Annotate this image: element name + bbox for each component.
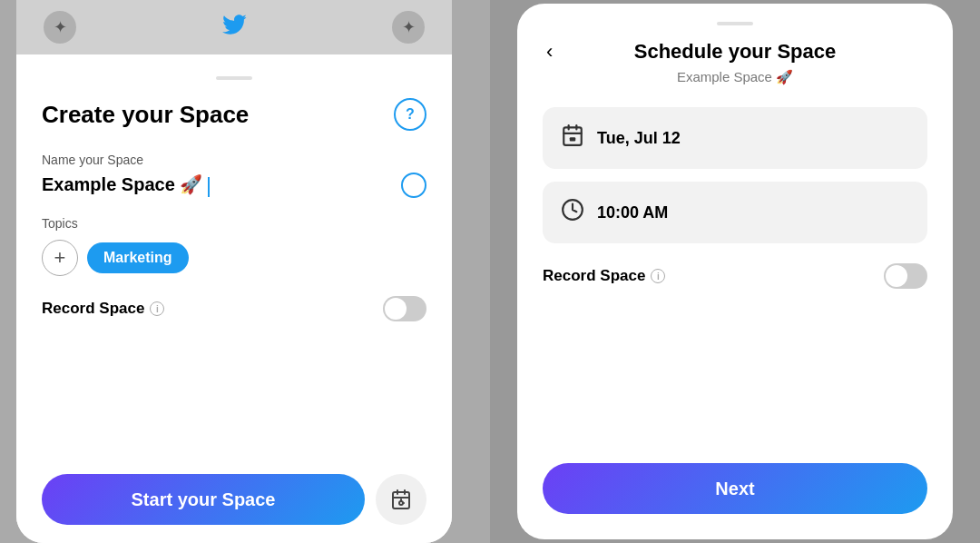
calendar-icon	[561, 123, 584, 153]
right-record-info-icon[interactable]: i	[651, 269, 665, 283]
record-toggle[interactable]	[383, 296, 426, 321]
name-toggle[interactable]	[401, 173, 426, 198]
right-phone: ‹ Schedule your Space Example Space 🚀 Tu	[517, 4, 953, 539]
left-background: ✦ ✦ Create your Space ?	[0, 0, 490, 543]
time-value: 10:00 AM	[597, 203, 668, 222]
left-content: Create your Space ? Name your Space Exam…	[16, 54, 452, 543]
topics-row: + Marketing	[42, 240, 426, 276]
create-title: Create your Space	[42, 101, 249, 129]
next-button[interactable]: Next	[543, 463, 927, 514]
space-name-row: Example Space 🚀	[42, 173, 426, 198]
date-picker-row[interactable]: Tue, Jul 12	[543, 107, 927, 169]
create-header: Create your Space ?	[42, 98, 426, 131]
start-space-button[interactable]: Start your Space	[42, 474, 365, 525]
screen-container: ✦ ✦ Create your Space ?	[0, 0, 980, 543]
drag-handle-left	[216, 76, 252, 80]
schedule-title: Schedule your Space	[634, 40, 837, 64]
sparkle-icon-right: ✦	[392, 11, 425, 44]
schedule-subtitle: Example Space 🚀	[543, 69, 927, 85]
marketing-topic-tag[interactable]: Marketing	[87, 242, 189, 273]
name-label: Name your Space	[42, 153, 426, 167]
right-record-toggle[interactable]	[884, 263, 927, 289]
right-background: ‹ Schedule your Space Example Space 🚀 Tu	[490, 0, 980, 543]
back-button[interactable]: ‹	[543, 36, 556, 67]
schedule-button[interactable]	[376, 474, 426, 525]
date-value: Tue, Jul 12	[597, 129, 681, 148]
time-picker-row[interactable]: 10:00 AM	[543, 182, 927, 243]
right-record-label: Record Space i	[543, 267, 665, 285]
topics-section: Topics + Marketing	[42, 216, 426, 296]
add-topic-button[interactable]: +	[42, 240, 78, 276]
sparkle-icon-left: ✦	[44, 11, 76, 44]
record-space-row: Record Space i	[42, 296, 426, 321]
svg-rect-7	[564, 127, 582, 145]
left-phone: ✦ ✦ Create your Space ?	[16, 0, 452, 543]
svg-rect-11	[570, 137, 576, 141]
bottom-actions: Start your Space	[42, 474, 426, 525]
topics-label: Topics	[42, 216, 426, 231]
schedule-header: ‹ Schedule your Space	[543, 40, 927, 64]
text-cursor	[208, 177, 210, 197]
drag-handle-right	[717, 22, 753, 25]
clock-icon	[561, 198, 584, 227]
left-top-bar: ✦ ✦	[16, 0, 452, 54]
record-info-icon[interactable]: i	[150, 301, 164, 316]
twitter-logo	[221, 12, 247, 44]
name-section: Name your Space Example Space 🚀	[42, 153, 426, 216]
help-button[interactable]: ?	[394, 98, 426, 131]
record-label: Record Space i	[42, 300, 164, 318]
right-record-row: Record Space i	[543, 263, 927, 289]
space-name-input[interactable]: Example Space 🚀	[42, 173, 210, 197]
